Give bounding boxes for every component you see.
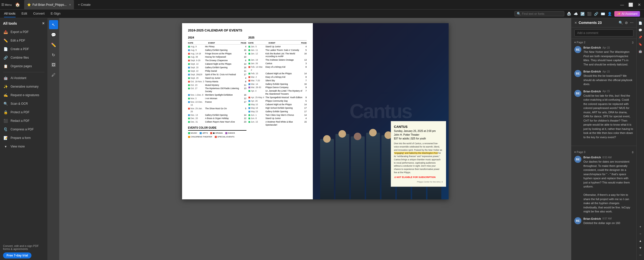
pdf-viewer-area[interactable]: 2024-2025 CALENDAR OF EVENTS 2024 DATE E…: [59, 18, 571, 260]
sidebar-close-button[interactable]: ×: [42, 21, 45, 26]
comment-avatar-5: BE: [574, 217, 581, 224]
sidebar-item-request-esig[interactable]: ✍️ Request e-signatures: [0, 91, 48, 99]
events-2025-list: Jan. 5Stand Up Junior4 Jan. 11The Ladies…: [248, 45, 307, 127]
print-icon[interactable]: 🖨️: [567, 12, 571, 16]
comment-input-area: [571, 27, 636, 39]
page-3-label: ▾ Page 3 8: [574, 151, 633, 154]
tab-close-icon[interactable]: ×: [69, 3, 71, 7]
pdf-calendar-section: 2024-2025 CALENDAR OF EVENTS 2024 DATE E…: [182, 23, 313, 199]
comment-item-1: BE Brian Erdrich Apr 15 The New Yorker a…: [574, 46, 633, 66]
comments-header: ✕ Comments 23 🔍 ⊘ ⋯: [571, 18, 636, 27]
organize-label: Organize pages: [11, 64, 32, 68]
scroll-up-icon[interactable]: ▲: [637, 238, 643, 244]
right-panel-2-icon[interactable]: 💬: [637, 27, 643, 33]
comment-text-3: Could be too late for this, but I find t…: [583, 94, 633, 139]
comment-item-4: BE Brian Erdrich 8:53 AM Our dashes for …: [574, 156, 633, 214]
right-panel-5-icon[interactable]: 🤖: [637, 48, 643, 54]
zoom-in-icon[interactable]: +: [637, 224, 643, 230]
nav-esign[interactable]: E-Sign: [51, 10, 60, 17]
share-icon[interactable]: ↗️: [580, 12, 585, 16]
active-tab[interactable]: ⭐ Full Brian Proof_Phipps... ×: [24, 0, 74, 10]
account-icon[interactable]: 👤: [608, 12, 612, 16]
comment-time-5: 8:57 AM: [603, 217, 612, 220]
fit-page-icon[interactable]: ↔: [637, 252, 643, 258]
cantus-info-box: CANTUS Sunday, January 26, 2025 at 2:00 …: [391, 121, 446, 187]
sidebar-item-scan-ocr[interactable]: 🔍 Scan & OCR: [0, 99, 48, 108]
home-button[interactable]: 🏠: [13, 0, 22, 9]
cantus-date: Sunday, January 26, 2025 at 2:00 pm: [394, 129, 443, 133]
comments-title: Comments 23: [579, 21, 602, 25]
comments-close-icon[interactable]: ✕: [574, 21, 577, 25]
redact-icon: ⬛: [3, 118, 8, 123]
sidebar-item-organize[interactable]: 📋 Organize pages: [0, 62, 48, 70]
qr-icon[interactable]: ⬛: [587, 12, 591, 16]
generative-summary-icon: ✨: [3, 84, 8, 89]
sidebar-bottom-text: Convert, edit and e-sign PDF forms & agr…: [3, 244, 45, 250]
sidebar-item-redact[interactable]: ⬛ Redact a PDF: [0, 117, 48, 125]
rotate-tool-icon[interactable]: ↻: [49, 50, 58, 59]
create-button[interactable]: + Create: [76, 2, 93, 8]
sidebar-item-prepare-form[interactable]: 📝 Prepare a form: [0, 134, 48, 142]
comment-time-4: 8:53 AM: [603, 156, 612, 159]
cantus-description: Dive into the world of Cantus, a renowne…: [394, 142, 443, 174]
ai-assistant-button[interactable]: ✨ AI Assistant: [614, 11, 640, 17]
minimize-icon[interactable]: —: [619, 2, 625, 8]
search-input[interactable]: [522, 12, 562, 16]
image-tool-icon[interactable]: 🖼: [49, 60, 58, 69]
sidebar-item-compress[interactable]: 🗜️ Compress a PDF: [0, 125, 48, 134]
comments-body[interactable]: ▾ Page 2 3 BE Brian Erdrich Apr 15 The N…: [571, 39, 636, 260]
sidebar-item-create-pdf[interactable]: 📄 Create a PDF: [0, 45, 48, 53]
link-icon[interactable]: 🔗: [594, 12, 598, 16]
protect-label: Protect a PDF: [11, 110, 29, 114]
compress-icon: 🗜️: [3, 127, 8, 132]
comment-author-5: Brian Erdrich: [583, 217, 601, 220]
nav-all-tools[interactable]: All tools: [4, 10, 16, 17]
search-icon: 🔍: [517, 12, 521, 16]
cantus-name: CANTUS: [394, 124, 443, 129]
comment-content-5: Brian Erdrich 8:57 AM Deleted the dollar…: [583, 217, 633, 225]
right-tool-strip: 📄 💬 📌 🔖 🤖 + − ▲ ▼ ↔: [636, 18, 644, 260]
comment-author-2: Brian Erdrich: [583, 70, 601, 73]
tab-title: Full Brian Proof_Phipps...: [32, 3, 67, 7]
fill-tool-icon[interactable]: 🖊: [49, 70, 58, 80]
maximize-icon[interactable]: ⬜: [628, 2, 633, 8]
search-box[interactable]: 🔍: [514, 11, 564, 16]
sidebar-item-view-more[interactable]: ▾ View more: [0, 142, 48, 151]
zoom-out-icon[interactable]: −: [637, 231, 643, 237]
select-tool-icon[interactable]: ↖: [49, 20, 58, 29]
comment-content-3: Brian Erdrich Apr 15 Could be too late f…: [583, 90, 633, 139]
view-more-icon: ▾: [3, 144, 8, 149]
page-3-section: ▾ Page 3 8 BE Brian Erdrich 8:53 AM Our …: [571, 148, 636, 231]
section-divider: [571, 146, 636, 146]
sidebar-item-protect[interactable]: 🔒 Protect a PDF: [0, 108, 48, 117]
year-2024-header: 2024: [188, 36, 246, 40]
nav-edit[interactable]: Edit: [22, 10, 27, 17]
sidebar-bottom: Convert, edit and e-sign PDF forms & agr…: [0, 242, 48, 260]
scroll-down-icon[interactable]: ▼: [637, 245, 643, 251]
free-trial-button[interactable]: Free 7-day trial: [3, 252, 31, 258]
close-window-icon[interactable]: ✕: [636, 2, 642, 8]
sidebar-item-combine[interactable]: 🔗 Combine files: [0, 53, 48, 62]
menu-button[interactable]: ☰ Menu: [2, 0, 11, 9]
sidebar-item-edit-pdf[interactable]: ✏️ Edit a PDF: [0, 36, 48, 45]
sidebar-item-generative-summary[interactable]: ✨ Generative summary: [0, 82, 48, 91]
comments-more-icon[interactable]: ⋯: [630, 21, 633, 25]
sidebar-item-export-pdf[interactable]: 📤 Export a PDF: [0, 28, 48, 36]
sidebar-item-ai-assistant[interactable]: 🤖 AI Assistant: [0, 74, 48, 82]
add-comment-input[interactable]: [574, 29, 633, 36]
right-panel-4-icon[interactable]: 🔖: [637, 41, 643, 47]
cloud-icon[interactable]: ☁️: [574, 12, 578, 16]
right-panel-3-icon[interactable]: 📌: [637, 34, 643, 40]
color-guide-title: EVENTS COLOR GUIDE: [188, 126, 246, 131]
year-2025-header: 2025: [248, 36, 307, 40]
email-icon[interactable]: ✉️: [601, 12, 605, 16]
calendar-2024-column: 2024 DATE EVENT PAGE Aug. 9Mo Pitney4 Au…: [188, 36, 246, 138]
top-bar-right: — ⬜ ✕: [619, 2, 642, 8]
comments-search-icon[interactable]: 🔍: [619, 21, 623, 25]
export-pdf-label: Export a PDF: [11, 30, 29, 34]
nav-convert[interactable]: Convert: [33, 10, 45, 17]
edit-tool-icon[interactable]: ✏️: [49, 40, 58, 49]
right-panel-1-icon[interactable]: 📄: [637, 20, 643, 26]
comment-tool-icon[interactable]: 💬: [49, 30, 58, 39]
comments-filter-icon[interactable]: ⊘: [625, 21, 628, 25]
